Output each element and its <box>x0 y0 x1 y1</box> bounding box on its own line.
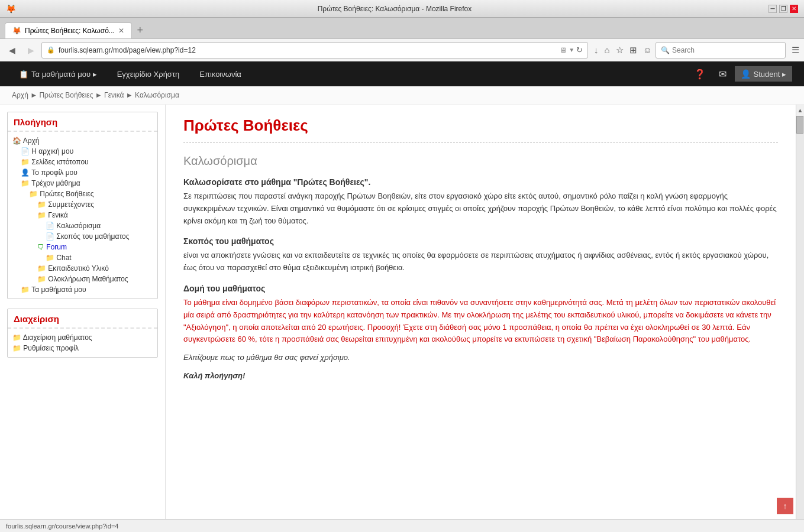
content-area: Πρώτες Βοήθειες Καλωσόρισμα Καλωσορίσατε… <box>166 105 796 532</box>
user-avatar-icon: 👤 <box>741 69 751 79</box>
address-input-wrap[interactable]: 🔒 fourlis.sqlearn.gr/mod/page/view.php?i… <box>41 42 588 59</box>
star-icon[interactable]: ☆ <box>615 44 625 57</box>
folder-icon-8: 📁 <box>21 286 30 294</box>
folder-icon-7: 📁 <box>37 275 46 283</box>
tree-link-forum[interactable]: Forum <box>46 243 67 251</box>
sidebar-manage-body: 📁 Διαχείριση μαθήματος 📁 Ρυθμίσεις προφί… <box>8 329 157 357</box>
search-bar[interactable]: 🔍 <box>656 42 786 59</box>
list-item: 📁 Τρέχον μάθημα <box>12 178 153 189</box>
content-h2-3: Δομή του μαθήματος <box>183 284 778 293</box>
tree-link-first-aid[interactable]: Πρώτες Βοήθειες <box>40 190 93 198</box>
tree-link-general[interactable]: Γενικά <box>48 211 67 219</box>
tree-link-mypage[interactable]: Η αρχική μου <box>31 147 73 155</box>
content-divider <box>183 142 778 142</box>
nav-courses[interactable]: 📋 Τα μαθήματά μου ▸ <box>12 65 104 83</box>
section-title: Καλωσόρισμα <box>183 154 778 168</box>
courses-icon: 📋 <box>19 70 28 79</box>
back-button[interactable]: ◀ <box>4 42 20 59</box>
breadcrumb-home[interactable]: Αρχή <box>12 91 28 99</box>
right-scrollbar[interactable]: ▲ ▼ <box>796 105 804 532</box>
new-tab-button[interactable]: + <box>132 22 148 38</box>
tree-link-sitepages[interactable]: Σελίδες ιστότοπου <box>31 158 88 166</box>
list-item: 📄 Σκοπός του μαθήματος <box>12 231 153 242</box>
window-left: 🦊 <box>6 4 21 14</box>
courses-label: Τα μαθήματά μου ▸ <box>31 70 97 79</box>
window-controls[interactable]: ─ ❐ ✕ <box>769 5 798 13</box>
folder-icon: 📁 <box>21 158 30 166</box>
sidebar-nav-body: 🏠 Αρχή 📄 Η αρχική μου 📁 Σελίδες ιστότοπο… <box>8 132 157 299</box>
folder-icon-6: 📁 <box>37 264 46 273</box>
scrollbar-up-arrow[interactable]: ▲ <box>797 105 803 116</box>
tree-link-current-course[interactable]: Τρέχον μάθημα <box>31 179 80 187</box>
breadcrumb-sep1: ► <box>30 91 37 99</box>
maximize-button[interactable]: ❐ <box>779 5 787 13</box>
content-h2-1: Καλωσορίσατε στο μάθημα "Πρώτες Βοήθειες… <box>183 177 778 187</box>
forward-button[interactable]: ▶ <box>22 42 39 59</box>
address-bar: ◀ ▶ 🔒 fourlis.sqlearn.gr/mod/page/view.p… <box>0 39 804 61</box>
list-item: 👤 Το προφίλ μου <box>12 167 153 178</box>
tree-link-participants[interactable]: Συμμετέχοντες <box>48 200 94 209</box>
home-icon[interactable]: ⌂ <box>603 44 611 56</box>
breadcrumb-item1[interactable]: Πρώτες Βοήθειες <box>39 91 93 99</box>
list-item: 🏠 Αρχή <box>12 135 153 146</box>
tree-link-profile-settings[interactable]: Ρυθμίσεις προφίλ <box>23 344 79 352</box>
active-tab[interactable]: 🦊 Πρώτες Βοήθειες: Καλωσό... ✕ <box>5 22 132 38</box>
search-icon: 🔍 <box>661 46 670 54</box>
search-input[interactable] <box>672 46 767 54</box>
content-p2: είναι να αποκτήσετε γνώσεις και να εκπαι… <box>183 249 778 274</box>
mail-icon[interactable]: ✉ <box>714 66 731 82</box>
address-url: fourlis.sqlearn.gr/mod/page/view.php?id=… <box>59 46 556 54</box>
tab-favicon: 🦊 <box>12 27 21 35</box>
scrollbar-track[interactable] <box>796 116 804 523</box>
breadcrumb-current: Καλωσόρισμα <box>135 91 179 99</box>
history-icon[interactable]: ⊞ <box>628 44 638 57</box>
minimize-button[interactable]: ─ <box>769 5 777 13</box>
sidebar-tree: 🏠 Αρχή 📄 Η αρχική μου 📁 Σελίδες ιστότοπο… <box>12 135 153 295</box>
tree-link-purpose[interactable]: Σκοπός του μαθήματος <box>56 232 129 241</box>
contact-label: Επικοινωνία <box>199 70 241 79</box>
list-item: 📄 Καλωσόρισμα <box>12 220 153 231</box>
sidebar-manage-box: Διαχείριση 📁 Διαχείριση μαθήματος 📁 Ρυθμ… <box>7 309 158 358</box>
tree-link-manage-course[interactable]: Διαχείριση μαθήματος <box>23 333 92 342</box>
monitor-icon: 🖥 <box>560 46 567 54</box>
help-icon[interactable]: ❓ <box>689 66 711 82</box>
breadcrumb: Αρχή ► Πρώτες Βοήθειες ► Γενικά ► Καλωσό… <box>0 86 804 105</box>
tree-link-profile[interactable]: Το προφίλ μου <box>31 168 78 177</box>
tree-link-chat[interactable]: Chat <box>56 254 71 262</box>
tab-label: Πρώτες Βοήθειες: Καλωσό... <box>25 27 115 35</box>
address-icons: 🖥 ▼ ↻ <box>560 46 583 54</box>
list-item: 📁 Διαχείριση μαθήματος <box>12 332 153 343</box>
menu-icon[interactable]: ☰ <box>790 44 800 57</box>
list-item: 📁 Ρυθμίσεις προφίλ <box>12 343 153 353</box>
download-icon[interactable]: ↓ <box>593 44 600 56</box>
tree-link-material[interactable]: Εκπαιδευτικό Υλικό <box>48 264 109 273</box>
nav-right: ❓ ✉ 👤 Student ▸ <box>689 66 792 82</box>
nav-contact[interactable]: Επικοινωνία <box>192 65 248 83</box>
student-button[interactable]: 👤 Student ▸ <box>735 66 792 82</box>
back-to-top-icon: ↑ <box>783 501 787 511</box>
tree-link-welcome[interactable]: Καλωσόρισμα <box>56 222 101 230</box>
back-to-top-button[interactable]: ↑ <box>777 498 793 514</box>
sidebar-manage-tree: 📁 Διαχείριση μαθήματος 📁 Ρυθμίσεις προφί… <box>12 332 153 353</box>
breadcrumb-sep2: ► <box>95 91 102 99</box>
chat-icon: 📁 <box>46 254 54 262</box>
breadcrumb-item2[interactable]: Γενικά <box>104 91 124 99</box>
firefox-icon: 🦊 <box>6 4 16 14</box>
tab-bar: 🦊 Πρώτες Βοήθειες: Καλωσό... ✕ + <box>0 18 804 39</box>
tree-link-home[interactable]: Αρχή <box>23 137 40 145</box>
main-layout: Πλοήγηση 🏠 Αρχή 📄 Η αρχική μου 📁 Σελίδες… <box>0 105 804 532</box>
nav-handbook[interactable]: Εγχειρίδιο Χρήστη <box>110 65 187 83</box>
list-item: 🗨 Forum <box>12 242 153 252</box>
sidebar-manage-title: Διαχείριση <box>8 309 157 329</box>
doc-icon-2: 📄 <box>46 222 54 230</box>
close-button[interactable]: ✕ <box>790 5 798 13</box>
tree-link-my-courses[interactable]: Τα μαθήματά μου <box>31 286 86 294</box>
tree-link-completion[interactable]: Ολοκλήρωση Μαθήματος <box>48 275 128 283</box>
user-icon: 👤 <box>21 168 30 177</box>
tab-close-button[interactable]: ✕ <box>118 27 124 35</box>
scrollbar-thumb[interactable] <box>796 116 803 134</box>
refresh-icon[interactable]: ↻ <box>576 46 583 54</box>
list-item: 📁 Τα μαθήματά μου <box>12 284 153 295</box>
sidebar-nav-title: Πλοήγηση <box>8 112 157 132</box>
profile-icon[interactable]: ☺ <box>642 44 653 56</box>
